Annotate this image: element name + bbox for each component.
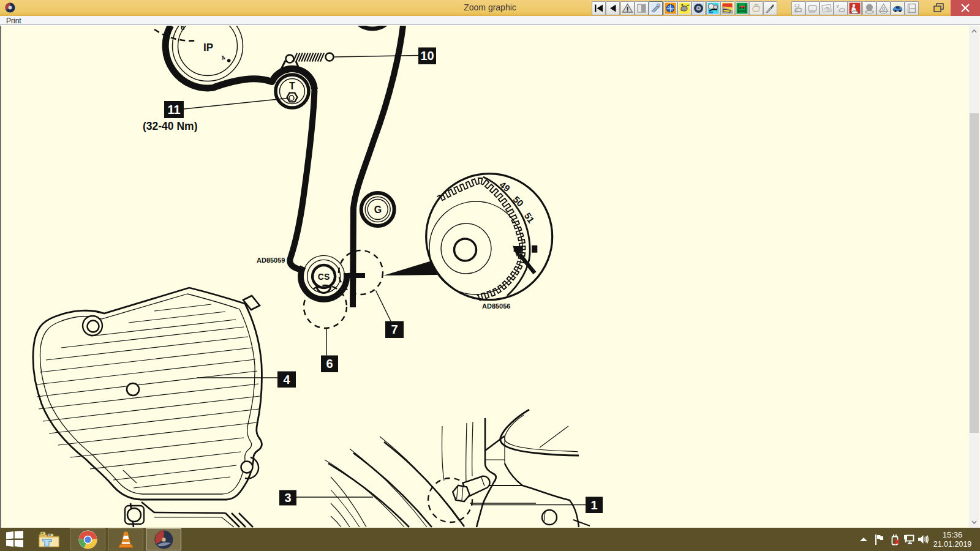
- svg-text:4: 4: [283, 373, 290, 386]
- svg-text:IP: IP: [203, 42, 213, 53]
- svg-text:10: 10: [420, 49, 434, 62]
- svg-text:6: 6: [326, 357, 333, 370]
- svg-text:50: 50: [511, 194, 526, 209]
- svg-text:G: G: [374, 204, 382, 215]
- svg-text:11: 11: [167, 103, 180, 116]
- svg-text:(32-40 Nm): (32-40 Nm): [143, 120, 197, 132]
- svg-text:49: 49: [497, 179, 512, 194]
- svg-text:6: 6: [181, 26, 185, 32]
- svg-text:3: 3: [284, 491, 291, 504]
- svg-text:AD85059: AD85059: [257, 257, 285, 264]
- svg-text:?: ?: [836, 4, 839, 9]
- svg-text:1: 1: [590, 498, 597, 512]
- svg-text:4: 4: [220, 54, 227, 61]
- svg-text:2 3: 2 3: [794, 4, 800, 7]
- svg-text:7: 7: [391, 323, 398, 336]
- svg-text:CS: CS: [318, 272, 330, 282]
- svg-text:AD85056: AD85056: [482, 302, 510, 310]
- svg-text:T: T: [289, 81, 295, 91]
